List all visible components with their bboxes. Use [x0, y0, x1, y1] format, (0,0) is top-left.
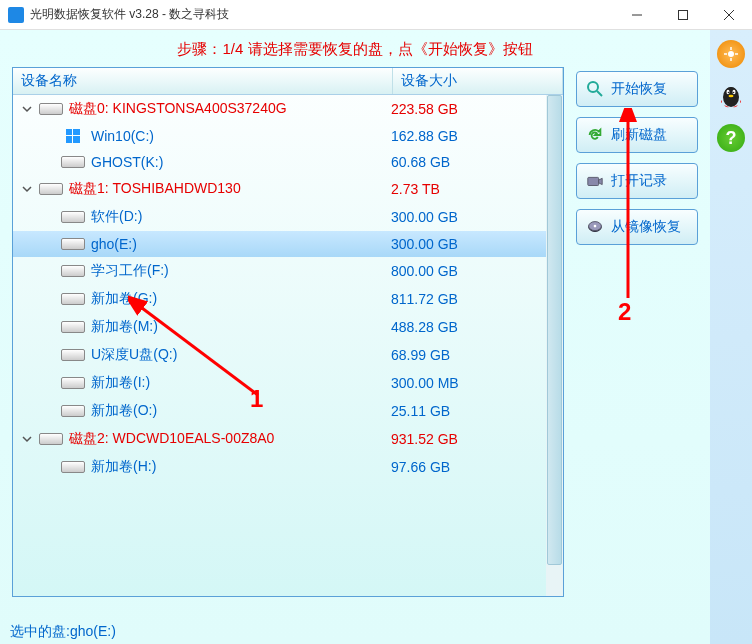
expander-icon [41, 375, 57, 391]
qq-icon[interactable] [717, 82, 745, 110]
drive-icon [61, 319, 85, 335]
button-label: 从镜像恢复 [611, 218, 681, 236]
annotation-2: 2 [618, 298, 631, 326]
svg-line-9 [597, 91, 602, 96]
drive-icon [39, 181, 63, 197]
button-label: 开始恢复 [611, 80, 667, 98]
drive-icon [61, 291, 85, 307]
drive-icon [61, 459, 85, 475]
row-size: 97.66 GB [391, 459, 563, 475]
open-log-button[interactable]: 打开记录 [576, 163, 698, 199]
volume-row[interactable]: 新加卷(M:)488.28 GB [13, 313, 563, 341]
header-name[interactable]: 设备名称 [13, 68, 393, 94]
drive-icon [61, 154, 85, 170]
refresh-icon [585, 125, 605, 145]
row-name: 新加卷(H:) [91, 458, 391, 476]
volume-row[interactable]: 新加卷(O:)25.11 GB [13, 397, 563, 425]
svg-rect-1 [679, 10, 688, 19]
svg-point-8 [588, 82, 598, 92]
tree-header: 设备名称 设备大小 [13, 68, 563, 95]
drive-icon [39, 431, 63, 447]
volume-row[interactable]: 新加卷(I:)300.00 MB [13, 369, 563, 397]
expander-icon [41, 459, 57, 475]
row-size: 60.68 GB [391, 154, 563, 170]
volume-row[interactable]: 新加卷(G:)811.72 GB [13, 285, 563, 313]
row-size: 811.72 GB [391, 291, 563, 307]
row-size: 931.52 GB [391, 431, 563, 447]
row-name: 学习工作(F:) [91, 262, 391, 280]
row-name: U深度U盘(Q:) [91, 346, 391, 364]
search-icon [585, 79, 605, 99]
drive-icon [61, 209, 85, 225]
row-size: 300.00 MB [391, 375, 563, 391]
row-size: 300.00 GB [391, 209, 563, 225]
svg-point-24 [728, 92, 730, 94]
refresh-disk-button[interactable]: 刷新磁盘 [576, 117, 698, 153]
from-image-button[interactable]: 从镜像恢复 [576, 209, 698, 245]
drive-icon [61, 236, 85, 252]
row-size: 162.88 GB [391, 128, 563, 144]
row-size: 25.11 GB [391, 403, 563, 419]
drive-icon [61, 375, 85, 391]
volume-row[interactable]: U深度U盘(Q:)68.99 GB [13, 341, 563, 369]
drive-icon [61, 347, 85, 363]
button-label: 刷新磁盘 [611, 126, 667, 144]
drive-icon [61, 263, 85, 279]
svg-rect-6 [66, 136, 72, 143]
expander-icon [41, 236, 57, 252]
svg-point-26 [729, 95, 734, 97]
header-size[interactable]: 设备大小 [393, 68, 563, 94]
row-name: 新加卷(I:) [91, 374, 391, 392]
expander-icon [41, 154, 57, 170]
svg-marker-11 [599, 178, 603, 184]
action-buttons: 开始恢复 刷新磁盘 打开记录 从镜像恢复 [576, 67, 698, 597]
svg-point-14 [594, 225, 597, 228]
expander-icon [41, 263, 57, 279]
volume-row[interactable]: Win10(C:)162.88 GB [13, 123, 563, 149]
right-dock: ? [710, 30, 752, 644]
annotation-1: 1 [250, 385, 263, 413]
device-tree: 设备名称 设备大小 磁盘0: KINGSTONSA400S37240G223.5… [12, 67, 564, 597]
expander-icon[interactable] [19, 101, 35, 117]
svg-point-25 [733, 92, 735, 94]
disk-row[interactable]: 磁盘1: TOSHIBAHDWD1302.73 TB [13, 175, 563, 203]
disk-row[interactable]: 磁盘0: KINGSTONSA400S37240G223.58 GB [13, 95, 563, 123]
gear-icon[interactable] [717, 40, 745, 68]
start-recovery-button[interactable]: 开始恢复 [576, 71, 698, 107]
help-icon[interactable]: ? [717, 124, 745, 152]
svg-rect-5 [73, 129, 80, 135]
scrollbar-thumb[interactable] [547, 95, 562, 565]
titlebar: 光明数据恢复软件 v3.28 - 数之寻科技 [0, 0, 752, 30]
maximize-button[interactable] [660, 0, 706, 30]
volume-row[interactable]: 新加卷(H:)97.66 GB [13, 453, 563, 481]
volume-row[interactable]: GHOST(K:)60.68 GB [13, 149, 563, 175]
volume-row[interactable]: 学习工作(F:)800.00 GB [13, 257, 563, 285]
svg-rect-4 [66, 129, 72, 135]
svg-point-15 [728, 51, 734, 57]
row-name: 磁盘1: TOSHIBAHDWD130 [69, 180, 391, 198]
row-size: 223.58 GB [391, 101, 563, 117]
tree-body: 磁盘0: KINGSTONSA400S37240G223.58 GBWin10(… [13, 95, 563, 595]
volume-row[interactable]: gho(E:)300.00 GB [13, 231, 563, 257]
expander-icon[interactable] [19, 431, 35, 447]
expander-icon [41, 403, 57, 419]
row-name: 磁盘2: WDCWD10EALS-00Z8A0 [69, 430, 391, 448]
row-name: 新加卷(G:) [91, 290, 391, 308]
expander-icon[interactable] [19, 181, 35, 197]
expander-icon [41, 128, 57, 144]
expander-icon [41, 319, 57, 335]
scrollbar[interactable] [546, 95, 563, 596]
expander-icon [41, 291, 57, 307]
expander-icon [41, 347, 57, 363]
row-size: 488.28 GB [391, 319, 563, 335]
row-name: Win10(C:) [91, 128, 391, 144]
row-size: 800.00 GB [391, 263, 563, 279]
camera-icon [585, 171, 605, 191]
disk-row[interactable]: 磁盘2: WDCWD10EALS-00Z8A0931.52 GB [13, 425, 563, 453]
step-instruction: 步骤：1/4 请选择需要恢复的盘，点《开始恢复》按钮 [0, 30, 710, 67]
disk-image-icon [585, 217, 605, 237]
volume-row[interactable]: 软件(D:)300.00 GB [13, 203, 563, 231]
window-title: 光明数据恢复软件 v3.28 - 数之寻科技 [30, 6, 614, 23]
minimize-button[interactable] [614, 0, 660, 30]
close-button[interactable] [706, 0, 752, 30]
